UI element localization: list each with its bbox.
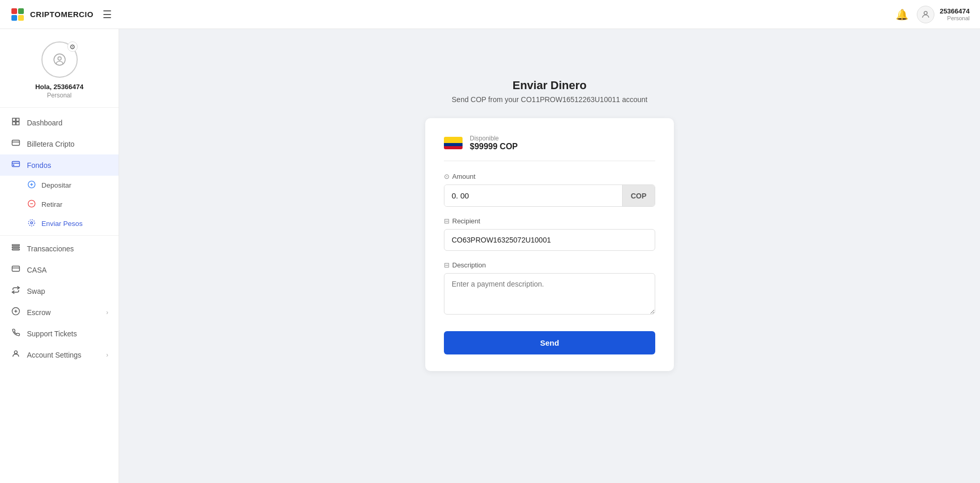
balance-amount: $99999 COP [470,142,518,151]
sidebar-subitem-enviar-pesos[interactable]: Enviar Pesos [0,214,119,233]
sidebar-profile: ⚙ Hola, 25366474 Personal [0,29,119,108]
amount-field-group: ⊙ Amount COP [444,173,655,207]
sidebar-item-label-transacciones: Transacciones [27,245,74,253]
sidebar-subitem-label-depositar: Depositar [41,181,71,189]
amount-input[interactable] [444,185,622,206]
sidebar-item-casa[interactable]: CASA [0,259,119,280]
sidebar-item-dashboard[interactable]: Dashboard [0,112,119,133]
description-icon: ⊟ [444,261,450,269]
sidebar-item-billetera[interactable]: Billetera Cripto [0,133,119,154]
svg-point-20 [28,220,35,226]
sidebar-subitem-retirar[interactable]: Retirar [0,195,119,214]
retirar-icon [27,200,36,209]
sidebar-item-escrow[interactable]: Escrow › [0,302,119,323]
svg-rect-8 [16,118,19,121]
topbar-right: 🔔 25366474 Personal [896,6,970,23]
main-content: Enviar Dinero Send COP from your CO11PRO… [119,58,980,483]
enviar-pesos-icon [27,219,36,229]
user-avatar [917,6,934,23]
sidebar-item-support[interactable]: Support Tickets [0,323,119,344]
svg-point-19 [31,222,33,224]
description-textarea[interactable] [444,273,655,315]
depositar-icon [27,180,36,190]
sidebar-item-account-settings[interactable]: Account Settings › [0,344,119,365]
description-label: ⊟ Description [444,261,655,269]
user-id: 25366474 [940,7,970,15]
send-card: Disponible $99999 COP ⊙ Amount COP ⊟ [425,118,674,371]
amount-icon: ⊙ [444,173,450,180]
send-button[interactable]: Send [444,331,655,354]
profile-type: Personal [47,92,71,99]
sidebar-item-transacciones[interactable]: Transacciones [0,238,119,259]
billetera-icon [10,138,21,149]
colombia-flag-icon [444,137,463,149]
sidebar-item-swap[interactable]: Swap [0,280,119,302]
user-role: Personal [940,15,970,21]
svg-rect-21 [12,245,19,246]
page-title: Enviar Dinero [512,79,586,92]
sidebar-subitem-label-enviar-pesos: Enviar Pesos [41,220,83,228]
svg-rect-2 [11,15,17,21]
svg-rect-0 [11,8,17,14]
recipient-field-group: ⊟ Recipient [444,217,655,251]
flag-red [444,146,463,149]
sidebar-subitem-label-retirar: Retirar [41,201,63,208]
svg-rect-24 [12,266,19,272]
support-icon [10,328,21,339]
svg-rect-3 [18,15,24,21]
svg-rect-9 [12,122,16,125]
fondos-icon [10,160,21,171]
svg-rect-12 [12,162,19,167]
profile-greeting: Hola, 25366474 [35,83,83,91]
balance-info: Disponible $99999 COP [470,135,518,151]
topbar-logo: CRIPTOMERCIO ☰ [10,7,129,22]
description-field-group: ⊟ Description [444,261,655,317]
brand-name: CRIPTOMERCIO [30,10,93,19]
svg-rect-22 [12,247,19,248]
sidebar-item-label-dashboard: Dashboard [27,119,63,127]
account-settings-chevron-icon: › [106,351,108,359]
disponible-label: Disponible [470,135,518,142]
hamburger-icon[interactable]: ☰ [103,8,112,21]
user-info[interactable]: 25366474 Personal [917,6,970,23]
svg-point-13 [13,165,13,165]
sidebar-item-label-billetera: Billetera Cripto [27,140,75,148]
escrow-chevron-icon: › [106,309,108,316]
recipient-label: ⊟ Recipient [444,217,655,225]
sidebar-item-label-swap: Swap [27,287,45,295]
app-wrapper: ⚙ Hola, 25366474 Personal Dashboard [0,0,980,483]
svg-point-4 [924,11,927,15]
flag-yellow [444,137,463,143]
sidebar-subitem-depositar[interactable]: Depositar [0,176,119,195]
svg-rect-1 [18,8,24,14]
recipient-input[interactable] [444,229,655,251]
notification-bell-icon[interactable]: 🔔 [896,8,909,21]
sidebar: ⚙ Hola, 25366474 Personal Dashboard [0,29,119,483]
topbar: CRIPTOMERCIO ☰ 🔔 25366474 Personal [0,0,980,29]
amount-input-row: COP [444,184,655,207]
sidebar-nav: Dashboard Billetera Cripto Fondos [0,108,119,483]
svg-point-6 [57,57,61,61]
casa-icon [10,264,21,275]
user-details: 25366474 Personal [940,7,970,21]
avatar-container: ⚙ [41,41,78,78]
recipient-icon: ⊟ [444,217,450,225]
svg-point-5 [54,54,65,65]
svg-rect-11 [12,140,19,146]
cop-badge: COP [622,185,655,206]
logo-icon [10,7,25,22]
svg-rect-7 [12,118,16,121]
dashboard-icon [10,117,21,128]
sidebar-item-label-casa: CASA [27,266,47,274]
gear-icon[interactable]: ⚙ [67,41,78,52]
svg-rect-10 [16,122,19,125]
sidebar-item-label-fondos: Fondos [27,161,51,169]
amount-label: ⊙ Amount [444,173,655,180]
balance-row: Disponible $99999 COP [444,135,655,161]
sidebar-item-label-escrow: Escrow [27,308,51,317]
account-settings-icon [10,349,21,360]
svg-point-28 [14,351,17,354]
transacciones-icon [10,243,21,254]
escrow-icon [10,307,21,318]
sidebar-item-fondos[interactable]: Fondos [0,154,119,176]
